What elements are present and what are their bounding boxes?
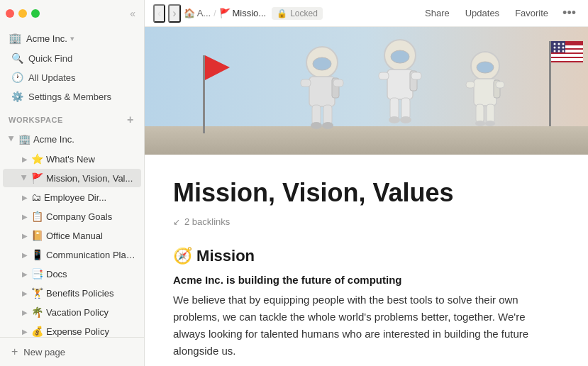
svg-point-13 <box>322 122 333 129</box>
clock-icon: 🕐 <box>11 72 23 83</box>
employee-chevron-icon: ▶ <box>18 191 31 204</box>
svg-rect-6 <box>309 77 335 106</box>
svg-rect-29 <box>496 82 504 88</box>
svg-rect-8 <box>301 79 311 87</box>
svg-rect-26 <box>474 79 497 106</box>
svg-point-43 <box>562 43 565 45</box>
office-manual-icon: 📔 <box>31 230 43 241</box>
whats-new-chevron-icon: ▶ <box>18 152 31 165</box>
breadcrumb-mission[interactable]: 🚩 Missio... <box>219 8 267 18</box>
back-button[interactable]: ‹ <box>153 4 165 23</box>
content-area: Mission, Vision, Values ↙ 2 backlinks 🧭 … <box>145 27 588 366</box>
workspace-section-header: WORKSPACE + <box>0 108 144 129</box>
svg-point-48 <box>558 50 560 52</box>
svg-point-25 <box>477 62 494 73</box>
communication-icon: 📱 <box>31 249 43 260</box>
sidebar-item-benefits[interactable]: ▶ 🏋 Benefits Policies <box>3 284 141 302</box>
employee-label: Employee Dir... <box>44 192 109 203</box>
workspace-name-label: Acme Inc. <box>26 33 67 44</box>
whats-new-label: What's New <box>46 154 135 165</box>
svg-point-5 <box>313 57 331 70</box>
svg-point-33 <box>485 121 495 126</box>
svg-point-47 <box>554 50 556 52</box>
favorite-button[interactable]: Favorite <box>510 6 553 21</box>
benefits-label: Benefits Policies <box>46 288 135 299</box>
lock-icon: 🔒 <box>277 9 287 18</box>
sidebar-collapse-button[interactable]: « <box>127 6 138 21</box>
expense-label: Expense Policy <box>46 326 135 337</box>
sidebar-item-settings[interactable]: ⚙️ Settings & Members <box>3 87 141 106</box>
sidebar-item-mission[interactable]: ▶ 🚩 Mission, Vision, Val... <box>3 169 141 187</box>
gear-icon: ⚙️ <box>11 91 23 102</box>
svg-point-12 <box>311 122 322 129</box>
backlinks-icon: ↙ <box>173 217 180 227</box>
sidebar-item-quick-find[interactable]: 🔍 Quick Find <box>3 49 141 67</box>
sidebar-item-acme-inc[interactable]: ▶ 🏢 Acme Inc. <box>3 130 141 148</box>
share-button[interactable]: Share <box>420 6 455 21</box>
acme-icon: 🏢 <box>18 133 30 145</box>
search-icon: 🔍 <box>11 52 23 64</box>
sidebar-item-employee-dir[interactable]: ▶ 🗂 Employee Dir... ••• + <box>3 188 141 206</box>
lock-label: Locked <box>290 9 318 18</box>
section-mission-heading: 🧭 Mission <box>173 247 554 265</box>
updates-button[interactable]: Updates <box>460 6 504 21</box>
sidebar-item-expense[interactable]: ▶ 💰 Expense Policy <box>3 322 141 337</box>
breadcrumb-home[interactable]: 🏠 A... <box>184 8 211 18</box>
expense-icon: 💰 <box>31 326 43 337</box>
employee-more-button[interactable]: ••• <box>109 191 124 204</box>
workspace-add-button[interactable]: + <box>126 113 135 126</box>
svg-point-49 <box>562 50 565 52</box>
sidebar-item-docs[interactable]: ▶ 📑 Docs <box>3 265 141 283</box>
maximize-button[interactable] <box>31 9 40 18</box>
new-page-button[interactable]: + New page <box>3 340 141 363</box>
acme-chevron-icon: ▶ <box>6 133 18 145</box>
mission-section-label: 🧭 Mission <box>173 247 255 265</box>
svg-point-45 <box>558 47 560 49</box>
svg-point-32 <box>475 121 485 126</box>
breadcrumb-separator-1: / <box>213 9 216 18</box>
sidebar-item-all-updates[interactable]: 🕐 All Updates <box>3 68 141 87</box>
backlinks-row[interactable]: ↙ 2 backlinks <box>173 216 554 227</box>
all-updates-label: All Updates <box>28 72 75 83</box>
mission-bold-text: Acme Inc. is building the future of comp… <box>173 274 554 286</box>
close-button[interactable] <box>6 9 14 18</box>
sidebar: « 🏢 Acme Inc. ▾ 🔍 Quick Find 🕐 All Updat… <box>0 0 145 366</box>
mission-label: Mission, Vision, Val... <box>46 173 135 184</box>
mission-breadcrumb-icon: 🚩 <box>219 8 231 18</box>
new-page-plus-icon: + <box>11 345 18 358</box>
vacation-icon: 🌴 <box>31 306 43 318</box>
whats-new-icon: ⭐ <box>31 153 43 165</box>
company-goals-icon: 📋 <box>31 211 43 222</box>
workspace-section-label: WORKSPACE <box>9 116 63 124</box>
breadcrumb-mission-label: Missio... <box>233 8 267 18</box>
titlebar: « <box>0 0 144 27</box>
sidebar-top-nav: 🏢 Acme Inc. ▾ 🔍 Quick Find 🕐 All Updates… <box>0 27 144 108</box>
sidebar-item-whats-new[interactable]: ▶ ⭐ What's New <box>3 150 141 168</box>
sidebar-item-vacation[interactable]: ▶ 🌴 Vacation Policy <box>3 303 141 321</box>
main-content: ‹ › 🏠 A... / 🚩 Missio... 🔒 Locked Share … <box>145 0 588 366</box>
svg-rect-21 <box>401 98 410 119</box>
workspace-name-row[interactable]: 🏢 Acme Inc. ▾ <box>0 28 144 48</box>
svg-point-41 <box>554 43 556 45</box>
svg-rect-31 <box>487 104 494 123</box>
svg-point-15 <box>391 50 409 63</box>
sidebar-item-company-goals[interactable]: ▶ 📋 Company Goals <box>3 207 141 226</box>
vacation-chevron-icon: ▶ <box>18 306 31 318</box>
svg-rect-16 <box>387 70 413 99</box>
sidebar-item-communication[interactable]: ▶ 📱 Communication Play... <box>3 245 141 264</box>
minimize-button[interactable] <box>18 9 27 18</box>
employee-add-button[interactable]: + <box>126 191 135 204</box>
forward-button[interactable]: › <box>168 4 180 23</box>
benefits-icon: 🏋 <box>31 287 43 299</box>
quick-find-label: Quick Find <box>28 53 72 64</box>
more-options-button[interactable]: ••• <box>559 5 579 21</box>
workspace-icon: 🏢 <box>9 32 22 45</box>
svg-rect-38 <box>551 54 583 57</box>
sidebar-item-office-manual[interactable]: ▶ 📔 Office Manual <box>3 226 141 245</box>
expense-chevron-icon: ▶ <box>18 325 31 337</box>
toolbar: ‹ › 🏠 A... / 🚩 Missio... 🔒 Locked Share … <box>145 0 588 27</box>
company-goals-label: Company Goals <box>46 211 135 222</box>
svg-rect-1 <box>145 126 588 155</box>
toolbar-actions: Share Updates Favorite ••• <box>420 5 579 21</box>
svg-rect-2 <box>203 55 205 133</box>
